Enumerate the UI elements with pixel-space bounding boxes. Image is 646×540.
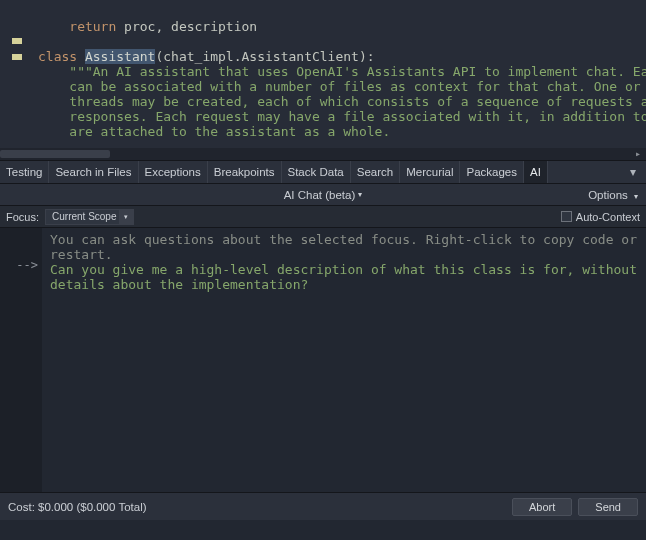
tab-packages[interactable]: Packages <box>460 161 524 183</box>
scrollbar-thumb[interactable] <box>0 150 110 158</box>
options-menu[interactable]: Options ▾ <box>588 189 638 201</box>
focus-scope-select[interactable]: Current Scope ▾ <box>45 209 133 225</box>
chat-gutter: --> <box>0 228 42 492</box>
code-line: """An AI assistant that uses OpenAI's As… <box>38 64 646 79</box>
tab-label: Exceptions <box>145 166 201 178</box>
tab-label: Stack Data <box>288 166 344 178</box>
options-label: Options <box>588 189 628 201</box>
code-editor[interactable]: return proc, description class Assistant… <box>0 0 646 148</box>
auto-context-toggle: Auto-Context <box>561 211 640 223</box>
tab-overflow-menu-icon[interactable]: ▾ <box>624 161 642 183</box>
focus-label: Focus: <box>6 211 39 223</box>
prompt-marker-icon: --> <box>0 258 38 272</box>
chevron-down-icon: ▾ <box>119 209 133 225</box>
auto-context-label: Auto-Context <box>576 211 640 223</box>
chevron-down-icon: ▾ <box>634 192 638 201</box>
tool-tabstrip: Testing Search in Files Exceptions Break… <box>0 160 646 184</box>
chat-hint: You can ask questions about the selected… <box>50 232 638 247</box>
code-line: can be associated with a number of files… <box>38 79 646 94</box>
tab-stack-data[interactable]: Stack Data <box>282 161 351 183</box>
panel-title: AI Chat (beta) <box>284 189 356 201</box>
tab-label: Mercurial <box>406 166 453 178</box>
button-label: Abort <box>529 501 555 513</box>
tab-label: AI <box>530 166 541 178</box>
ai-panel-footer: Cost: $0.000 ($0.000 Total) Abort Send <box>0 492 646 520</box>
chat-hint: restart. <box>50 247 638 262</box>
tab-label: Breakpoints <box>214 166 275 178</box>
code-line: responses. Each request may have a file … <box>38 109 646 124</box>
code-line: class Assistant(chat_impl.AssistantClien… <box>38 49 375 64</box>
chat-text-area[interactable]: You can ask questions about the selected… <box>42 228 646 492</box>
tab-search[interactable]: Search <box>351 161 400 183</box>
tab-testing[interactable]: Testing <box>0 161 49 183</box>
chat-user-prompt[interactable]: details about the implementation? <box>50 277 638 292</box>
tab-breakpoints[interactable]: Breakpoints <box>208 161 282 183</box>
tab-label: Testing <box>6 166 42 178</box>
send-button[interactable]: Send <box>578 498 638 516</box>
tab-exceptions[interactable]: Exceptions <box>139 161 208 183</box>
tab-ai[interactable]: AI <box>524 161 548 183</box>
tab-mercurial[interactable]: Mercurial <box>400 161 460 183</box>
code-line: threads may be created, each of which co… <box>38 94 646 109</box>
editor-horizontal-scrollbar[interactable]: ▸ <box>0 148 646 160</box>
abort-button[interactable]: Abort <box>512 498 572 516</box>
tab-label: Packages <box>466 166 517 178</box>
cost-readout: Cost: $0.000 ($0.000 Total) <box>8 501 147 513</box>
code-content[interactable]: return proc, description class Assistant… <box>8 4 638 148</box>
tab-search-in-files[interactable]: Search in Files <box>49 161 138 183</box>
tab-label: Search in Files <box>55 166 131 178</box>
tab-label: Search <box>357 166 393 178</box>
focus-value: Current Scope <box>52 211 116 222</box>
focus-bar: Focus: Current Scope ▾ Auto-Context <box>0 206 646 228</box>
panel-title-dropdown[interactable]: AI Chat (beta) ▾ <box>284 189 363 201</box>
auto-context-checkbox[interactable] <box>561 211 572 222</box>
ai-chat-body: --> You can ask questions about the sele… <box>0 228 646 492</box>
chevron-down-icon: ▾ <box>358 190 362 199</box>
ai-panel-header: AI Chat (beta) ▾ Options ▾ <box>0 184 646 206</box>
code-line: return proc, description <box>38 19 257 34</box>
chat-user-prompt[interactable]: Can you give me a high-level description… <box>50 262 638 277</box>
button-label: Send <box>595 501 621 513</box>
fold-marker-icon[interactable] <box>12 54 22 60</box>
scrollbar-right-arrow-icon[interactable]: ▸ <box>632 148 644 160</box>
fold-marker-icon[interactable] <box>12 38 22 44</box>
editor-gutter <box>0 0 26 148</box>
code-line: are attached to the assistant as a whole… <box>38 124 390 139</box>
